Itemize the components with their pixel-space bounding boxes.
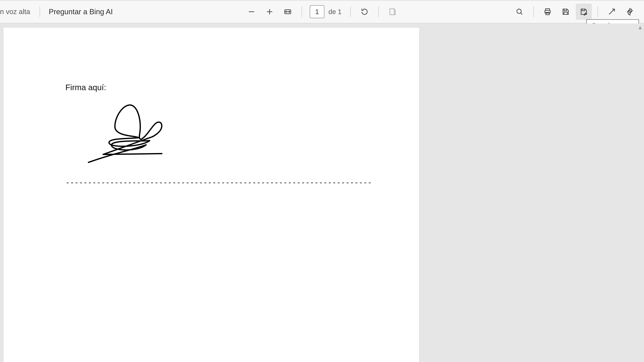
pdf-viewport[interactable]: ▲ Firma aquí: --------------------------… xyxy=(0,23,644,362)
separator xyxy=(598,6,598,17)
print-button[interactable] xyxy=(540,4,556,20)
svg-rect-11 xyxy=(564,9,567,11)
svg-line-7 xyxy=(520,13,522,14)
svg-rect-12 xyxy=(564,12,567,14)
sign-here-label: Firma aquí: xyxy=(66,83,106,92)
signature-drawing xyxy=(66,99,216,167)
settings-button[interactable] xyxy=(622,4,638,20)
plus-icon xyxy=(266,8,274,16)
save-as-icon xyxy=(580,8,588,16)
save-icon xyxy=(562,8,570,16)
minus-icon xyxy=(248,8,256,16)
print-icon xyxy=(544,8,552,16)
svg-rect-5 xyxy=(390,9,394,15)
toolbar-left-group: n voz alta Preguntar a Bing AI xyxy=(0,0,117,23)
svg-line-14 xyxy=(609,9,614,14)
rotate-button[interactable] xyxy=(356,4,372,20)
rotate-icon xyxy=(360,8,368,16)
fullscreen-button[interactable] xyxy=(604,4,620,20)
read-aloud-label[interactable]: n voz alta xyxy=(0,8,35,16)
separator xyxy=(350,6,351,17)
gear-icon xyxy=(626,8,634,16)
separator xyxy=(378,6,379,17)
zoom-out-button[interactable] xyxy=(244,4,260,20)
fit-width-button[interactable] xyxy=(280,4,296,20)
pdf-page: Firma aquí: ----------------------------… xyxy=(3,27,419,362)
signature-line: ----------------------------------------… xyxy=(66,178,372,187)
search-icon xyxy=(516,8,524,16)
zoom-in-button[interactable] xyxy=(262,4,278,20)
save-as-button[interactable] xyxy=(576,4,592,20)
page-view-icon xyxy=(388,8,396,16)
separator xyxy=(302,6,302,17)
expand-icon xyxy=(608,8,616,16)
page-total-label: de 1 xyxy=(328,8,342,15)
fit-width-icon xyxy=(284,8,292,16)
search-button[interactable] xyxy=(512,4,528,20)
page-view-button xyxy=(384,4,400,20)
pdf-toolbar: n voz alta Preguntar a Bing AI de 1 xyxy=(0,0,644,23)
save-button[interactable] xyxy=(558,4,574,20)
toolbar-center-group: de 1 xyxy=(242,0,402,23)
svg-rect-13 xyxy=(582,9,585,11)
page-number-input[interactable] xyxy=(310,5,324,18)
ask-bing-ai-button[interactable]: Preguntar a Bing AI xyxy=(45,5,117,18)
scrollbar-up-arrow[interactable]: ▲ xyxy=(637,24,643,31)
separator xyxy=(533,6,534,17)
separator xyxy=(40,6,40,17)
